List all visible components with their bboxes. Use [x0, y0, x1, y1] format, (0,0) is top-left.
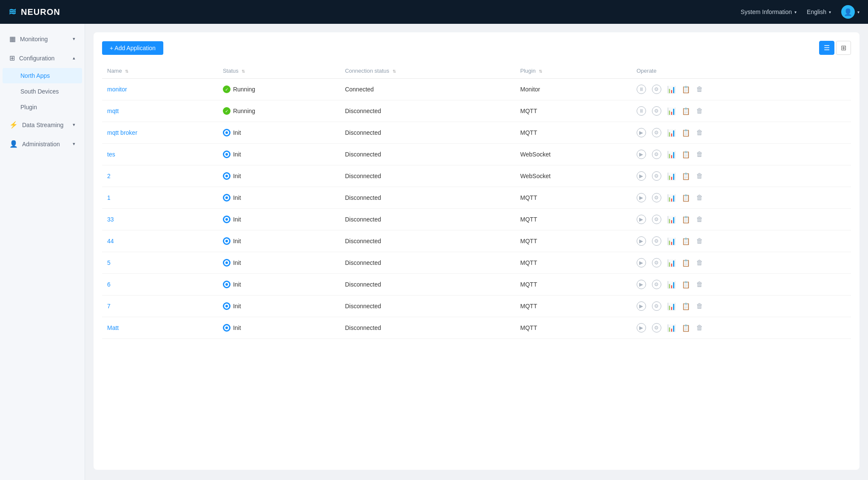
table-row: mqtt ✓ Running DisconnectedMQTT ⏸ ⚙ 📊 📋 … [102, 100, 851, 122]
log-button[interactable]: 📋 [682, 194, 690, 202]
play-button[interactable]: ▶ [637, 150, 646, 159]
cell-status: Init [218, 122, 340, 144]
status-sort-icon[interactable]: ⇅ [242, 69, 245, 74]
settings-button[interactable]: ⚙ [652, 236, 661, 246]
chart-button[interactable]: 📊 [667, 259, 676, 267]
chart-button[interactable]: 📊 [667, 129, 676, 137]
play-button[interactable]: ▶ [637, 280, 646, 289]
delete-button[interactable]: 🗑 [696, 281, 703, 288]
delete-button[interactable]: 🗑 [696, 194, 703, 202]
language-menu[interactable]: English ▾ [807, 9, 831, 15]
chart-button[interactable]: 📊 [667, 216, 676, 224]
delete-button[interactable]: 🗑 [696, 107, 703, 115]
log-button[interactable]: 📋 [682, 302, 690, 310]
log-button[interactable]: 📋 [682, 151, 690, 159]
log-button[interactable]: 📋 [682, 281, 690, 289]
play-button[interactable]: ▶ [637, 215, 646, 224]
settings-button[interactable]: ⚙ [652, 150, 661, 159]
delete-button[interactable]: 🗑 [696, 216, 703, 223]
app-name-link[interactable]: 7 [107, 303, 111, 310]
app-name-link[interactable]: monitor [107, 86, 127, 93]
app-name-link[interactable]: mqtt broker [107, 129, 137, 136]
delete-button[interactable]: 🗑 [696, 237, 703, 245]
status-label: Init [233, 173, 241, 179]
app-name-link[interactable]: tes [107, 151, 115, 158]
settings-button[interactable]: ⚙ [652, 301, 661, 311]
connection-sort-icon[interactable]: ⇅ [393, 69, 396, 74]
name-sort-icon[interactable]: ⇅ [125, 69, 128, 74]
user-menu[interactable]: 👤 ▾ [841, 5, 859, 19]
system-info-menu[interactable]: System Information ▾ [740, 9, 797, 15]
sidebar-item-data-streaming[interactable]: ⚡ Data Streaming ▾ [3, 116, 82, 134]
sidebar-item-monitoring[interactable]: ▦ Monitoring ▾ [3, 30, 82, 48]
app-name-link[interactable]: 1 [107, 194, 111, 201]
chart-button[interactable]: 📊 [667, 85, 676, 94]
play-button[interactable]: ▶ [637, 128, 646, 137]
delete-button[interactable]: 🗑 [696, 324, 703, 332]
play-button[interactable]: ▶ [637, 258, 646, 267]
pause-button[interactable]: ⏸ [637, 106, 646, 116]
settings-button[interactable]: ⚙ [652, 85, 661, 94]
list-view-button[interactable]: ☰ [819, 41, 834, 55]
log-button[interactable]: 📋 [682, 237, 690, 245]
settings-button[interactable]: ⚙ [652, 128, 661, 137]
play-button[interactable]: ▶ [637, 323, 646, 332]
app-name-link[interactable]: mqtt [107, 108, 119, 114]
chart-button[interactable]: 📊 [667, 281, 676, 289]
sidebar-item-plugin[interactable]: Plugin [3, 99, 82, 115]
delete-button[interactable]: 🗑 [696, 259, 703, 267]
settings-button[interactable]: ⚙ [652, 215, 661, 224]
log-button[interactable]: 📋 [682, 216, 690, 224]
delete-button[interactable]: 🗑 [696, 172, 703, 180]
app-name-link[interactable]: 2 [107, 173, 111, 179]
chart-button[interactable]: 📊 [667, 172, 676, 180]
sidebar-item-configuration[interactable]: ⊞ Configuration ▴ [3, 49, 82, 67]
settings-button[interactable]: ⚙ [652, 171, 661, 181]
settings-button[interactable]: ⚙ [652, 323, 661, 332]
chart-button[interactable]: 📊 [667, 302, 676, 310]
chart-button[interactable]: 📊 [667, 151, 676, 159]
settings-button[interactable]: ⚙ [652, 193, 661, 202]
cell-status: Init [218, 295, 340, 317]
delete-button[interactable]: 🗑 [696, 129, 703, 136]
log-button[interactable]: 📋 [682, 324, 690, 332]
cell-status: Init [218, 252, 340, 274]
sidebar-item-administration[interactable]: 👤 Administration ▾ [3, 135, 82, 153]
app-name-link[interactable]: 44 [107, 238, 114, 244]
app-name-link[interactable]: 5 [107, 259, 111, 266]
cell-connection-status: Disconnected [340, 165, 515, 187]
play-button[interactable]: ▶ [637, 236, 646, 246]
play-button[interactable]: ▶ [637, 301, 646, 311]
settings-button[interactable]: ⚙ [652, 106, 661, 116]
app-name-link[interactable]: 6 [107, 281, 111, 288]
play-button[interactable]: ▶ [637, 193, 646, 202]
log-button[interactable]: 📋 [682, 107, 690, 115]
log-button[interactable]: 📋 [682, 129, 690, 137]
chart-button[interactable]: 📊 [667, 194, 676, 202]
app-name-link[interactable]: 33 [107, 216, 114, 223]
chart-button[interactable]: 📊 [667, 324, 676, 332]
cell-operate: ▶ ⚙ 📊 📋 🗑 [632, 274, 851, 295]
plugin-sort-icon[interactable]: ⇅ [539, 69, 542, 74]
sidebar-item-south-devices[interactable]: South Devices [3, 84, 82, 99]
add-application-button[interactable]: + Add Application [102, 41, 163, 55]
pause-button[interactable]: ⏸ [637, 85, 646, 94]
app-name-link[interactable]: Matt [107, 324, 119, 331]
grid-view-button[interactable]: ⊞ [836, 41, 851, 55]
delete-button[interactable]: 🗑 [696, 302, 703, 310]
status-label: Init [233, 129, 241, 136]
status-label: Init [233, 303, 241, 310]
chart-button[interactable]: 📊 [667, 237, 676, 245]
play-button[interactable]: ▶ [637, 171, 646, 181]
settings-button[interactable]: ⚙ [652, 258, 661, 267]
log-button[interactable]: 📋 [682, 172, 690, 180]
delete-button[interactable]: 🗑 [696, 85, 703, 93]
sidebar-item-north-apps[interactable]: North Apps [3, 68, 82, 83]
settings-button[interactable]: ⚙ [652, 280, 661, 289]
delete-button[interactable]: 🗑 [696, 151, 703, 158]
table-body: monitor ✓ Running ConnectedMonitor ⏸ ⚙ 📊… [102, 79, 851, 339]
cell-name: Matt [102, 317, 218, 339]
log-button[interactable]: 📋 [682, 259, 690, 267]
chart-button[interactable]: 📊 [667, 107, 676, 115]
log-button[interactable]: 📋 [682, 85, 690, 94]
